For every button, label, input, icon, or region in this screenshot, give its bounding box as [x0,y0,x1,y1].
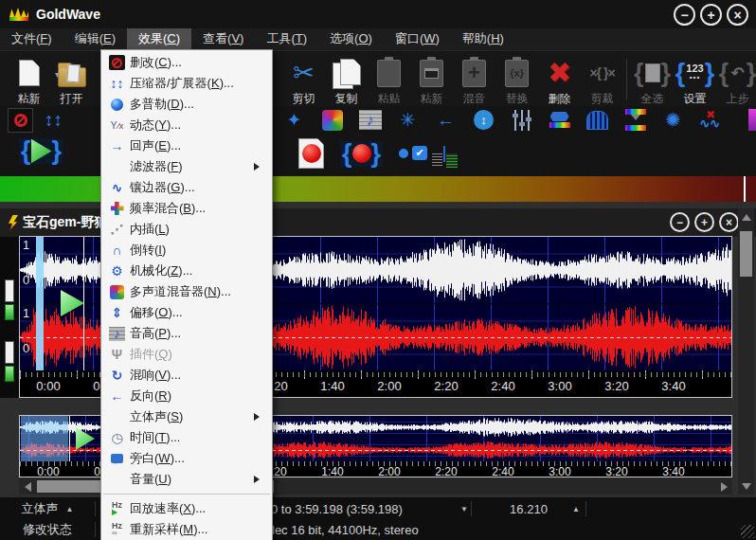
menubar-item[interactable]: 查看(V) [191,28,255,50]
plugin-icon: Ψ [104,348,130,361]
maximize-button[interactable]: + [700,4,722,26]
overview-cursor [69,416,70,461]
scroll-down-icon[interactable] [738,478,754,495]
menubar-item[interactable]: 文件(F) [0,28,63,50]
effects-menu-item[interactable]: ⇕ 偏移(O)... [101,302,272,323]
record-icon[interactable] [298,138,324,169]
cut-icon: ✂ [293,56,315,90]
ruler-label: 3:00 [531,379,588,393]
left-channel-button[interactable] [5,279,14,302]
spread-arrows-icon[interactable]: ✳ [395,108,421,133]
compass-icon[interactable]: ✦ [281,108,307,133]
effects-menu-item[interactable]: 滤波器(F) [101,156,272,177]
effects-menu-item[interactable]: Y∕x 动态(Y)... [101,115,272,135]
scroll-right-icon[interactable] [716,478,732,495]
selection-region[interactable] [36,237,44,370]
toolbar-button: + 混音 [453,52,495,105]
toolbar-button[interactable]: {123•••} 设置 [674,52,716,105]
doc-close-button[interactable]: × [719,212,739,232]
no-entry-icon[interactable] [8,108,33,133]
minimize-button[interactable]: − [674,4,695,26]
ruler-label: 0:00 [20,379,77,393]
effects-menu-item[interactable]: 频率混合(B)... [101,198,272,219]
toolbar-button[interactable]: ✖ 删除 [538,52,581,105]
ruler-label: 2:20 [418,465,475,478]
effects-menu-item[interactable]: ♪ 音高(P)... [101,323,272,344]
voice-over-icon [104,454,130,463]
effects-menu-item[interactable]: ↕↕ 压缩器/扩展器(K)... [101,73,272,94]
spark-icon[interactable]: ✺ [660,108,686,133]
device-window-icon[interactable] [443,147,445,161]
effects-menu-item[interactable]: Hz∞ 重新采样(M)... [101,519,272,540]
effects-menu-item[interactable]: 音量(U) [101,469,272,490]
effects-menu-item[interactable]: ⋰ 内插(L) [101,219,272,240]
menubar-item[interactable]: 窗口(W) [384,28,451,50]
effects-menu-item[interactable]: Hz▶ 回放速率(X)... [101,498,272,519]
toolbar-button: {} 全选 [631,52,674,105]
menubar-item[interactable]: 编辑(E) [63,28,127,50]
ruler-label: 2:00 [361,379,418,393]
ruler-label: 2:40 [475,465,531,478]
effects-menu-item[interactable]: 多声道混音器(N)... [101,281,272,302]
position-cell[interactable]: 16.210 ▲ [472,498,585,519]
effects-menu-item[interactable]: ⚙ 机械化(Z)... [101,261,272,281]
right-channel-button[interactable] [5,341,14,364]
pitch-chart-icon[interactable]: ♪ [357,108,383,133]
overview-selection[interactable] [21,416,68,461]
menu-separator [103,494,270,495]
compand-arrows-icon[interactable]: ↕↕ [41,108,66,133]
goldwave-logo-icon [9,8,28,22]
resize-grip[interactable] [741,525,754,538]
titlebar: GoldWave − + × [0,0,756,28]
ruler-label: 0:00 [20,465,77,478]
doc-minimize-button[interactable]: − [670,212,690,232]
flanger-icon: ∿ [104,181,130,194]
record-selection-icon[interactable]: {} [340,141,383,167]
doc-maximize-button[interactable]: + [694,212,714,232]
clipped-effect-icon[interactable] [748,109,756,131]
effects-menu-item[interactable]: ∩ 倒转(I) [101,240,272,261]
effects-menu-item[interactable]: 删改(C)... [101,52,272,73]
effects-menu-item[interactable]: → 回声(E)... [101,135,272,156]
ruler-label: 2:00 [361,465,418,478]
mixer-palette-icon[interactable] [319,108,345,133]
channel-mode-cell[interactable]: 立体声▲ [0,498,95,519]
scroll-left-icon[interactable] [19,478,35,495]
hex-spectrum-icon[interactable] [547,108,572,133]
menubar-item[interactable]: 选项(O) [318,28,384,50]
effects-menu-item[interactable]: ◷ 时间(T)... [101,427,272,448]
ruler-label: 3:40 [645,465,702,478]
chevron-down-icon[interactable]: ▾ [51,52,63,80]
menubar-item[interactable]: 工具(T) [255,28,318,50]
delete-icon: ✖ [548,56,571,90]
amplitude-label: 1 [23,306,29,320]
scroll-up-icon[interactable] [738,208,754,225]
playback-rate-icon: Hz▶ [104,501,130,516]
effects-menu-item[interactable]: ↻ 混响(V)... [101,365,272,386]
effects-menu-item[interactable]: ∿ 镶边器(G)... [101,177,272,198]
vertical-scrollbar[interactable] [738,208,754,495]
close-button[interactable]: × [727,4,748,26]
pitch-icon: ♪ [104,327,130,341]
offset-circle-icon[interactable]: ↕ [471,108,496,133]
scrollbar-thumb[interactable] [740,231,752,277]
monitor-check-icon[interactable]: ✔ [399,146,427,161]
effects-menu-item[interactable]: 多普勒(D)... [101,94,272,115]
gate-icon[interactable] [585,108,610,133]
play-selection-icon[interactable]: {} [19,138,63,164]
reverse-arrow-icon[interactable]: ← [433,108,459,133]
app-title: GoldWave [36,7,100,22]
menubar-item[interactable]: 帮助(H) [451,28,515,50]
paste-new-icon [420,56,443,90]
toolbar-button[interactable]: 粘新 [8,52,50,105]
effects-menu-item[interactable]: 立体声(S) [101,406,272,427]
toolbar-button[interactable]: 复制 [325,52,368,105]
menubar-item[interactable]: 效果(C) [127,28,191,50]
effects-menu-item[interactable]: ← 反向(R) [101,386,272,406]
spectrum-slider-icon[interactable] [622,108,648,133]
toolbar-button[interactable]: ✂ 剪切 [282,52,325,105]
equalizer-sliders-icon[interactable] [509,108,534,133]
interpolate-icon: ⋰ [104,223,130,236]
effects-menu-item[interactable]: 旁白(W)... [101,448,272,469]
wave-x-icon[interactable]: ∿∿✖ [698,108,724,133]
